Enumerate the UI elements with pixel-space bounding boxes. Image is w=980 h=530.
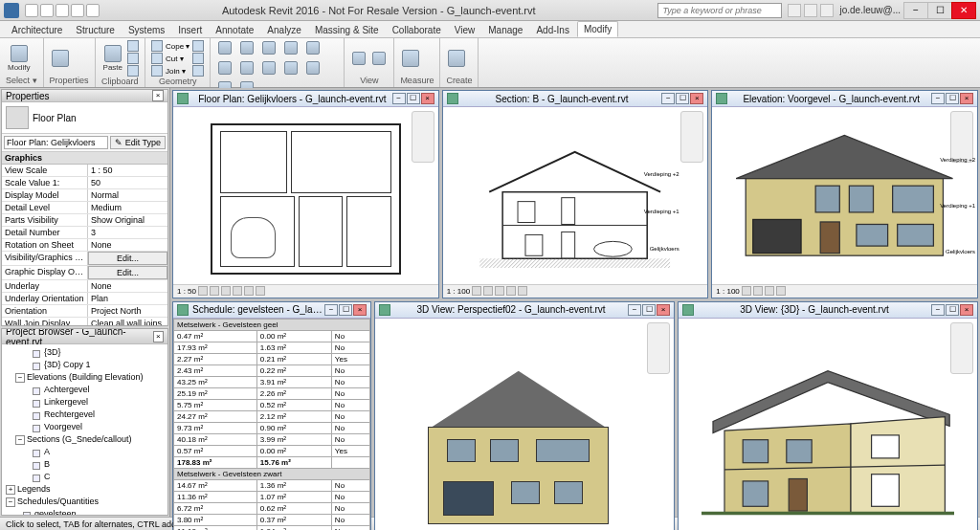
view-max-icon[interactable]: ☐ [407, 93, 420, 104]
tab-modify[interactable]: Modify [577, 21, 618, 37]
join-icon[interactable] [151, 65, 163, 77]
cope-icon[interactable] [151, 40, 163, 52]
tab-massing-site[interactable]: Massing & Site [309, 23, 385, 37]
array-icon[interactable] [282, 60, 300, 76]
tab-insert[interactable]: Insert [172, 23, 208, 37]
split-icon[interactable] [260, 60, 278, 76]
plan-canvas[interactable] [173, 107, 438, 284]
measure-icon[interactable] [400, 49, 421, 68]
signin-icon[interactable] [804, 4, 817, 17]
view-min-icon[interactable]: − [392, 93, 406, 104]
tab-architecture[interactable]: Architecture [6, 23, 68, 37]
schedule-canvas[interactable]: Metselwerk - Gevelsteen geel0.47 m²0.00 … [173, 319, 370, 530]
close-button[interactable]: ✕ [951, 2, 976, 19]
nav-bar[interactable] [412, 111, 434, 163]
modify-button[interactable]: Modify [6, 44, 33, 73]
tree-node[interactable]: {3D} [23, 346, 166, 359]
tab-systems[interactable]: Systems [122, 23, 170, 37]
vc-style-icon[interactable] [221, 286, 231, 296]
tree-node[interactable]: Voorgevel [23, 421, 166, 433]
view-max-icon[interactable]: ☐ [676, 93, 689, 104]
tab-structure[interactable]: Structure [70, 23, 121, 37]
type-selector[interactable]: Floor Plan: Gelijkvloers [4, 136, 108, 149]
view-close-icon[interactable]: × [960, 93, 973, 104]
nav-bar[interactable] [950, 322, 973, 374]
nav-bar[interactable] [680, 111, 703, 163]
properties-button[interactable] [50, 49, 71, 68]
tab-view[interactable]: View [449, 23, 481, 37]
browser-close-icon[interactable]: × [153, 331, 164, 342]
project-tree[interactable]: {3D}{3D} Copy 1Elevations (Building Elev… [2, 344, 167, 515]
view-close-icon[interactable]: × [690, 93, 703, 104]
edit-type-button[interactable]: ✎ Edit Type [110, 136, 166, 149]
svg-rect-22 [743, 439, 768, 462]
wall-opening-icon[interactable] [192, 40, 204, 52]
help-search-input[interactable] [657, 3, 782, 18]
offset-icon[interactable] [238, 40, 256, 55]
tab-analyze[interactable]: Analyze [261, 23, 307, 37]
nav-bar[interactable] [647, 322, 670, 374]
tab-annotate[interactable]: Annotate [210, 23, 259, 37]
tree-node[interactable]: Elevations (Building Elevation) [13, 371, 166, 384]
tree-node[interactable]: Sections (G_Snede/callout) [13, 433, 166, 446]
maximize-button[interactable]: ☐ [927, 2, 952, 19]
tree-node[interactable]: C [23, 471, 166, 483]
tree-node[interactable]: A [23, 446, 166, 458]
tree-node[interactable]: Rechtergevel [23, 409, 166, 421]
tab-add-ins[interactable]: Add-Ins [530, 23, 574, 37]
vc-crop-icon[interactable] [256, 286, 265, 296]
section-canvas[interactable]: Verdieping +2 Verdieping +1 Gelijkvloers [443, 107, 708, 284]
perspective-canvas[interactable]: www.bestofdriver.com [375, 319, 674, 530]
create-icon[interactable] [446, 49, 467, 68]
copy-icon[interactable] [304, 40, 322, 55]
tab-collaborate[interactable]: Collaborate [387, 23, 447, 37]
trim-icon[interactable] [238, 60, 256, 76]
copy-icon[interactable] [127, 53, 139, 64]
split-face-icon[interactable] [192, 53, 204, 64]
rotate-icon[interactable] [216, 60, 234, 76]
qat-undo-icon[interactable] [56, 4, 69, 17]
override-icon[interactable] [370, 51, 388, 66]
cut-icon[interactable] [127, 40, 139, 52]
vc-detail-icon[interactable] [210, 286, 219, 296]
paint-icon[interactable] [192, 65, 204, 77]
property-row: Detail Number3 [2, 227, 167, 239]
exchange-icon[interactable] [820, 4, 834, 17]
vc-scale-icon[interactable] [198, 286, 208, 296]
qat-redo-icon[interactable] [71, 4, 84, 17]
scale-icon[interactable] [304, 60, 322, 76]
view-close-icon[interactable]: × [421, 93, 434, 104]
move-icon[interactable] [282, 40, 300, 55]
minimize-button[interactable]: − [903, 2, 928, 19]
qat-open-icon[interactable] [25, 4, 38, 17]
nav-bar[interactable] [950, 111, 973, 163]
hide-icon[interactable] [350, 51, 368, 66]
cut-geom-icon[interactable] [151, 53, 163, 64]
properties-close-icon[interactable]: × [152, 90, 164, 101]
tree-node[interactable]: Schedules/Quantities [4, 496, 166, 508]
tree-node[interactable]: Legends [4, 483, 166, 496]
align-icon[interactable] [216, 40, 234, 55]
search-icon[interactable] [788, 4, 801, 17]
user-label[interactable]: jo.de.leuw@... [839, 5, 901, 15]
tree-node[interactable]: Achtergevel [23, 384, 166, 396]
paste-button[interactable]: Paste [101, 44, 124, 73]
qat-save-icon[interactable] [40, 4, 54, 17]
matchtype-icon[interactable] [127, 65, 139, 77]
view-min-icon[interactable]: − [931, 93, 945, 104]
vc-shadow-icon[interactable] [244, 286, 254, 296]
qat-print-icon[interactable] [86, 4, 100, 17]
type-name[interactable]: Floor Plan [33, 113, 77, 123]
elevation-canvas[interactable]: Verdieping +2 Verdieping +1 Gelijkvloers [712, 107, 977, 284]
mirror-icon[interactable] [260, 40, 278, 55]
ribbon-group-select: Modify Select ▾ [0, 38, 44, 87]
3d-canvas[interactable] [679, 319, 977, 530]
view-min-icon[interactable]: − [661, 93, 675, 104]
view-max-icon[interactable]: ☐ [946, 93, 959, 104]
tree-node[interactable]: B [23, 458, 166, 471]
tree-node[interactable]: gevelsteen [13, 508, 166, 515]
tree-node[interactable]: Linkergevel [23, 396, 166, 409]
vc-sun-icon[interactable] [233, 286, 242, 296]
tree-node[interactable]: {3D} Copy 1 [23, 359, 166, 371]
tab-manage[interactable]: Manage [482, 23, 528, 37]
